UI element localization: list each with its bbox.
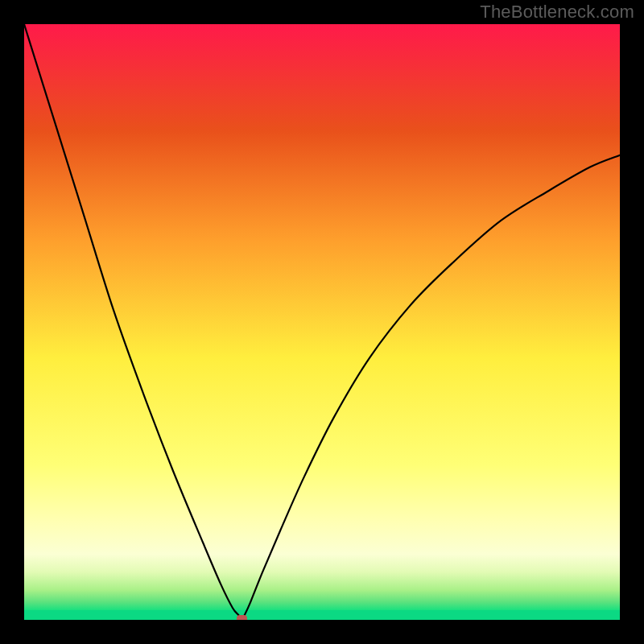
- curve-path: [24, 24, 620, 620]
- plot-area: [24, 24, 620, 620]
- bottleneck-curve: [24, 24, 620, 620]
- chart-frame: TheBottleneck.com: [0, 0, 644, 644]
- optimum-marker: [237, 615, 247, 620]
- watermark-text: TheBottleneck.com: [480, 2, 634, 23]
